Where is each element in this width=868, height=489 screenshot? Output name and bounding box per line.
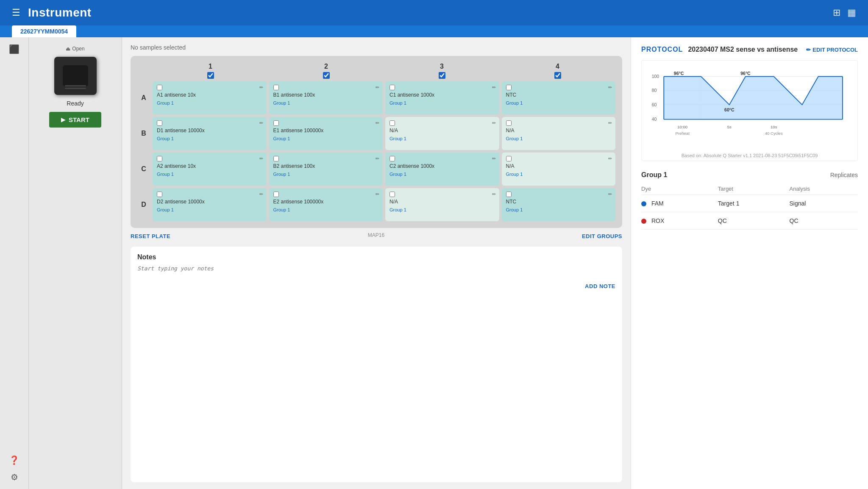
- cell-c2-checkbox[interactable]: [273, 156, 279, 161]
- cell-d2-checkbox[interactable]: [273, 192, 279, 197]
- cell-c4[interactable]: N/A Group 1 ✏: [502, 153, 616, 186]
- cell-d4[interactable]: NTC Group 1 ✏: [502, 188, 616, 221]
- cell-c2-edit[interactable]: ✏: [376, 156, 379, 161]
- cell-c4-edit[interactable]: ✏: [608, 156, 612, 161]
- grid-view-icon[interactable]: ⊞: [833, 7, 840, 18]
- cell-d3-name: N/A: [389, 199, 495, 206]
- plate-row-c: C A2 antisense 10x Group 1 ✏ B2 antisens…: [137, 153, 615, 186]
- cell-a2[interactable]: B1 antisense 100x Group 1 ✏: [269, 81, 383, 114]
- svg-text:80: 80: [652, 88, 657, 93]
- chart-svg: 100 80 60 40: [648, 65, 851, 150]
- cell-b1[interactable]: D1 antisense 10000x Group 1 ✏: [153, 117, 267, 150]
- cell-a1[interactable]: A1 antisense 10x Group 1 ✏: [153, 81, 267, 114]
- cell-a3-checkbox[interactable]: [389, 85, 395, 90]
- cell-b2-edit[interactable]: ✏: [376, 120, 379, 126]
- cell-d2[interactable]: E2 antisense 100000x Group 1 ✏: [269, 188, 383, 221]
- cell-a4[interactable]: NTC Group 1 ✏: [502, 81, 616, 114]
- help-icon[interactable]: ❓: [9, 455, 19, 465]
- cell-c3-edit[interactable]: ✏: [492, 156, 496, 161]
- table-view-icon[interactable]: ▦: [847, 7, 856, 18]
- cell-d3[interactable]: N/A Group 1 ✏: [385, 188, 499, 221]
- cell-c3[interactable]: C2 antisense 1000x Group 1 ✏: [385, 153, 499, 186]
- cell-b3-checkbox[interactable]: [389, 120, 395, 126]
- cell-b2-checkbox[interactable]: [273, 120, 279, 126]
- col-analysis: Analysis: [790, 183, 858, 195]
- eject-icon[interactable]: ⏏: [66, 46, 70, 52]
- cell-a3-edit[interactable]: ✏: [492, 85, 496, 90]
- cell-b4[interactable]: N/A Group 1 ✏: [502, 117, 616, 150]
- svg-text:60: 60: [652, 103, 657, 107]
- cell-b1-name: D1 antisense 10000x: [157, 128, 262, 134]
- plate-container: 1 2 3 4 A: [131, 56, 622, 228]
- instrument-panel: ⏏ Open Ready START: [29, 37, 122, 489]
- cell-d4-name: NTC: [506, 199, 612, 206]
- cell-d1[interactable]: D2 antisense 10000x Group 1 ✏: [153, 188, 267, 221]
- cell-a3[interactable]: C1 antisense 1000x Group 1 ✏: [385, 81, 499, 114]
- col-2-checkbox[interactable]: [323, 72, 330, 79]
- menu-icon[interactable]: ☰: [12, 7, 20, 18]
- plate-row-d: D D2 antisense 10000x Group 1 ✏ E2 antis…: [137, 188, 615, 221]
- start-button[interactable]: START: [49, 112, 101, 128]
- cell-a4-edit[interactable]: ✏: [608, 85, 612, 90]
- protocol-name: 20230407 MS2 sense vs antisense: [688, 46, 798, 53]
- protocol-label: PROTOCOL: [641, 46, 683, 53]
- cell-b1-edit[interactable]: ✏: [259, 120, 263, 126]
- cell-b3-edit[interactable]: ✏: [492, 120, 496, 126]
- dye-fam-cell: FAM: [641, 195, 718, 212]
- row-label-b: B: [137, 117, 150, 150]
- add-note-button[interactable]: ADD NOTE: [585, 283, 615, 289]
- no-samples-label: No samples selected: [131, 44, 186, 51]
- cell-d3-edit[interactable]: ✏: [492, 192, 496, 197]
- notes-title: Notes: [137, 253, 615, 261]
- svg-text:40: 40: [652, 117, 657, 122]
- cell-c3-group: Group 1: [389, 172, 495, 177]
- cell-a1-checkbox[interactable]: [157, 85, 162, 90]
- map-label: MAP16: [368, 232, 384, 238]
- cell-b1-checkbox[interactable]: [157, 120, 162, 126]
- cell-c2[interactable]: B2 antisense 100x Group 1 ✏: [269, 153, 383, 186]
- cell-a1-edit[interactable]: ✏: [259, 85, 263, 90]
- cell-b4-name: N/A: [506, 128, 612, 134]
- cell-a2-name: B1 antisense 100x: [273, 92, 379, 99]
- edit-pencil-icon: ✏: [806, 47, 811, 53]
- notes-input[interactable]: [137, 265, 615, 278]
- cell-d3-checkbox[interactable]: [389, 192, 395, 197]
- row-label-a: A: [137, 81, 150, 114]
- cell-c1-group: Group 1: [157, 172, 262, 177]
- cell-d4-edit[interactable]: ✏: [608, 192, 612, 197]
- cell-a2-checkbox[interactable]: [273, 85, 279, 90]
- cell-c1-edit[interactable]: ✏: [259, 156, 263, 161]
- col-4-checkbox[interactable]: [554, 72, 561, 79]
- group-table: Dye Target Analysis FAM Target 1 Signal: [641, 183, 858, 230]
- col-target: Target: [718, 183, 790, 195]
- cell-c1-checkbox[interactable]: [157, 156, 162, 161]
- svg-text:40 Cycles: 40 Cycles: [765, 131, 783, 136]
- edit-groups-button[interactable]: EDIT GROUPS: [582, 233, 622, 239]
- cell-b4-edit[interactable]: ✏: [608, 120, 612, 126]
- cell-a4-checkbox[interactable]: [506, 85, 512, 90]
- cell-b2[interactable]: E1 antisense 100000x Group 1 ✏: [269, 117, 383, 150]
- cell-b4-checkbox[interactable]: [506, 120, 512, 126]
- col-3-checkbox[interactable]: [439, 72, 445, 79]
- col-1-checkbox[interactable]: [207, 72, 214, 79]
- plate-row-a: A A1 antisense 10x Group 1 ✏ B1 antisens…: [137, 81, 615, 114]
- cell-c1[interactable]: A2 antisense 10x Group 1 ✏: [153, 153, 267, 186]
- reset-plate-button[interactable]: RESET PLATE: [131, 233, 170, 239]
- cell-d2-edit[interactable]: ✏: [376, 192, 379, 197]
- temperature-chart: 100 80 60 40: [641, 60, 858, 161]
- cell-a2-edit[interactable]: ✏: [376, 85, 379, 90]
- tab-instrument[interactable]: 22627YYMM0054: [12, 25, 76, 37]
- table-row: ROX QC QC: [641, 212, 858, 230]
- cell-d4-checkbox[interactable]: [506, 192, 512, 197]
- cell-a3-group: Group 1: [389, 100, 495, 106]
- cell-d1-checkbox[interactable]: [157, 192, 162, 197]
- edit-protocol-button[interactable]: ✏ EDIT PROTOCOL: [806, 47, 858, 53]
- cell-c3-checkbox[interactable]: [389, 156, 395, 161]
- cell-c4-checkbox[interactable]: [506, 156, 512, 161]
- settings-icon[interactable]: ⚙: [11, 472, 18, 482]
- group-section: Group 1 Replicates Dye Target Analysis F: [641, 171, 858, 230]
- sidebar-icon-1[interactable]: ⬛: [9, 44, 19, 54]
- cell-b3[interactable]: N/A Group 1 ✏: [385, 117, 499, 150]
- cell-d1-edit[interactable]: ✏: [259, 192, 263, 197]
- cell-c4-group: Group 1: [506, 172, 612, 177]
